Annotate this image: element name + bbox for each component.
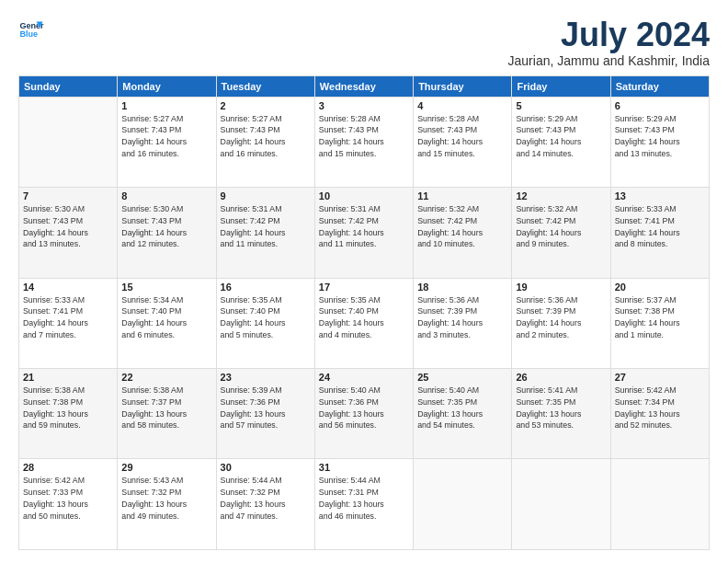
table-row: 1Sunrise: 5:27 AM Sunset: 7:43 PM Daylig… xyxy=(118,97,216,187)
day-number: 5 xyxy=(516,100,606,111)
day-info: Sunrise: 5:31 AM Sunset: 7:42 PM Dayligh… xyxy=(221,203,311,250)
day-info: Sunrise: 5:27 AM Sunset: 7:43 PM Dayligh… xyxy=(121,113,211,160)
table-row: 26Sunrise: 5:41 AM Sunset: 7:35 PM Dayli… xyxy=(512,369,610,459)
day-info: Sunrise: 5:31 AM Sunset: 7:42 PM Dayligh… xyxy=(319,203,409,250)
day-number: 18 xyxy=(417,282,507,293)
day-info: Sunrise: 5:44 AM Sunset: 7:32 PM Dayligh… xyxy=(221,475,311,522)
day-number: 31 xyxy=(319,462,409,473)
table-row: 23Sunrise: 5:39 AM Sunset: 7:36 PM Dayli… xyxy=(216,369,314,459)
day-number: 26 xyxy=(516,372,606,383)
day-number: 10 xyxy=(319,190,409,201)
day-info: Sunrise: 5:35 AM Sunset: 7:40 PM Dayligh… xyxy=(221,294,311,341)
day-info: Sunrise: 5:35 AM Sunset: 7:40 PM Dayligh… xyxy=(319,294,409,341)
table-row: 5Sunrise: 5:29 AM Sunset: 7:43 PM Daylig… xyxy=(512,97,610,187)
month-title: July 2024 xyxy=(508,17,710,53)
day-number: 23 xyxy=(221,372,311,383)
table-row: 7Sunrise: 5:30 AM Sunset: 7:43 PM Daylig… xyxy=(19,188,118,278)
day-number: 1 xyxy=(121,100,211,111)
day-info: Sunrise: 5:29 AM Sunset: 7:43 PM Dayligh… xyxy=(615,113,705,160)
table-row: 13Sunrise: 5:33 AM Sunset: 7:41 PM Dayli… xyxy=(610,188,709,278)
table-row: 29Sunrise: 5:43 AM Sunset: 7:32 PM Dayli… xyxy=(118,459,216,550)
day-info: Sunrise: 5:27 AM Sunset: 7:43 PM Dayligh… xyxy=(221,113,311,160)
table-row xyxy=(610,459,709,550)
day-info: Sunrise: 5:30 AM Sunset: 7:43 PM Dayligh… xyxy=(121,203,211,250)
table-row xyxy=(414,459,512,550)
table-row: 25Sunrise: 5:40 AM Sunset: 7:35 PM Dayli… xyxy=(414,369,512,459)
header-row: Sunday Monday Tuesday Wednesday Thursday… xyxy=(19,75,710,97)
table-row: 15Sunrise: 5:34 AM Sunset: 7:40 PM Dayli… xyxy=(118,278,216,368)
table-row: 14Sunrise: 5:33 AM Sunset: 7:41 PM Dayli… xyxy=(19,278,118,368)
table-row: 22Sunrise: 5:38 AM Sunset: 7:37 PM Dayli… xyxy=(118,369,216,459)
day-number: 15 xyxy=(121,282,211,293)
day-number: 25 xyxy=(417,372,507,383)
day-number: 13 xyxy=(615,190,705,201)
day-info: Sunrise: 5:34 AM Sunset: 7:40 PM Dayligh… xyxy=(121,294,211,341)
svg-text:Blue: Blue xyxy=(19,29,38,39)
day-info: Sunrise: 5:40 AM Sunset: 7:36 PM Dayligh… xyxy=(319,385,409,431)
day-number: 24 xyxy=(319,372,409,383)
day-number: 21 xyxy=(23,372,113,383)
day-number: 2 xyxy=(221,100,311,111)
location: Jaurian, Jammu and Kashmir, India xyxy=(508,53,710,68)
day-info: Sunrise: 5:33 AM Sunset: 7:41 PM Dayligh… xyxy=(23,294,113,341)
table-row: 8Sunrise: 5:30 AM Sunset: 7:43 PM Daylig… xyxy=(118,188,216,278)
day-number: 17 xyxy=(319,282,409,293)
table-row: 10Sunrise: 5:31 AM Sunset: 7:42 PM Dayli… xyxy=(314,188,413,278)
day-number: 9 xyxy=(221,190,311,201)
day-info: Sunrise: 5:42 AM Sunset: 7:34 PM Dayligh… xyxy=(615,385,705,431)
table-row: 2Sunrise: 5:27 AM Sunset: 7:43 PM Daylig… xyxy=(216,97,314,187)
day-info: Sunrise: 5:38 AM Sunset: 7:38 PM Dayligh… xyxy=(23,385,113,431)
day-info: Sunrise: 5:28 AM Sunset: 7:43 PM Dayligh… xyxy=(319,113,409,160)
day-number: 6 xyxy=(615,100,705,111)
col-friday: Friday xyxy=(512,75,610,97)
day-number: 14 xyxy=(23,282,113,293)
day-number: 20 xyxy=(615,282,705,293)
table-row: 24Sunrise: 5:40 AM Sunset: 7:36 PM Dayli… xyxy=(314,369,413,459)
table-row: 9Sunrise: 5:31 AM Sunset: 7:42 PM Daylig… xyxy=(216,188,314,278)
table-row: 4Sunrise: 5:28 AM Sunset: 7:43 PM Daylig… xyxy=(414,97,512,187)
table-row: 16Sunrise: 5:35 AM Sunset: 7:40 PM Dayli… xyxy=(216,278,314,368)
page: General Blue July 2024 Jaurian, Jammu an… xyxy=(0,0,728,563)
table-row: 30Sunrise: 5:44 AM Sunset: 7:32 PM Dayli… xyxy=(216,459,314,550)
table-row: 17Sunrise: 5:35 AM Sunset: 7:40 PM Dayli… xyxy=(314,278,413,368)
col-saturday: Saturday xyxy=(610,75,709,97)
day-info: Sunrise: 5:42 AM Sunset: 7:33 PM Dayligh… xyxy=(23,475,113,522)
day-info: Sunrise: 5:36 AM Sunset: 7:39 PM Dayligh… xyxy=(417,294,507,341)
day-number: 4 xyxy=(417,100,507,111)
calendar-table: Sunday Monday Tuesday Wednesday Thursday… xyxy=(18,75,710,550)
day-number: 11 xyxy=(417,190,507,201)
col-sunday: Sunday xyxy=(19,75,118,97)
day-number: 28 xyxy=(23,462,113,473)
header: General Blue July 2024 Jaurian, Jammu an… xyxy=(18,17,710,68)
table-row: 28Sunrise: 5:42 AM Sunset: 7:33 PM Dayli… xyxy=(19,459,118,550)
col-monday: Monday xyxy=(118,75,216,97)
table-row xyxy=(19,97,118,187)
day-info: Sunrise: 5:44 AM Sunset: 7:31 PM Dayligh… xyxy=(319,475,409,522)
day-number: 16 xyxy=(221,282,311,293)
day-number: 19 xyxy=(516,282,606,293)
day-number: 27 xyxy=(615,372,705,383)
table-row: 20Sunrise: 5:37 AM Sunset: 7:38 PM Dayli… xyxy=(610,278,709,368)
table-row: 21Sunrise: 5:38 AM Sunset: 7:38 PM Dayli… xyxy=(19,369,118,459)
day-info: Sunrise: 5:36 AM Sunset: 7:39 PM Dayligh… xyxy=(516,294,606,341)
day-info: Sunrise: 5:32 AM Sunset: 7:42 PM Dayligh… xyxy=(516,203,606,250)
table-row: 12Sunrise: 5:32 AM Sunset: 7:42 PM Dayli… xyxy=(512,188,610,278)
day-info: Sunrise: 5:43 AM Sunset: 7:32 PM Dayligh… xyxy=(121,475,211,522)
table-row xyxy=(512,459,610,550)
day-info: Sunrise: 5:28 AM Sunset: 7:43 PM Dayligh… xyxy=(417,113,507,160)
table-row: 19Sunrise: 5:36 AM Sunset: 7:39 PM Dayli… xyxy=(512,278,610,368)
day-info: Sunrise: 5:41 AM Sunset: 7:35 PM Dayligh… xyxy=(516,385,606,431)
col-tuesday: Tuesday xyxy=(216,75,314,97)
table-row: 27Sunrise: 5:42 AM Sunset: 7:34 PM Dayli… xyxy=(610,369,709,459)
day-number: 30 xyxy=(221,462,311,473)
logo: General Blue xyxy=(18,17,44,42)
table-row: 3Sunrise: 5:28 AM Sunset: 7:43 PM Daylig… xyxy=(314,97,413,187)
day-number: 7 xyxy=(23,190,113,201)
day-number: 3 xyxy=(319,100,409,111)
table-row: 11Sunrise: 5:32 AM Sunset: 7:42 PM Dayli… xyxy=(414,188,512,278)
day-number: 8 xyxy=(121,190,211,201)
day-info: Sunrise: 5:38 AM Sunset: 7:37 PM Dayligh… xyxy=(121,385,211,431)
day-info: Sunrise: 5:37 AM Sunset: 7:38 PM Dayligh… xyxy=(615,294,705,341)
table-row: 31Sunrise: 5:44 AM Sunset: 7:31 PM Dayli… xyxy=(314,459,413,550)
col-thursday: Thursday xyxy=(414,75,512,97)
